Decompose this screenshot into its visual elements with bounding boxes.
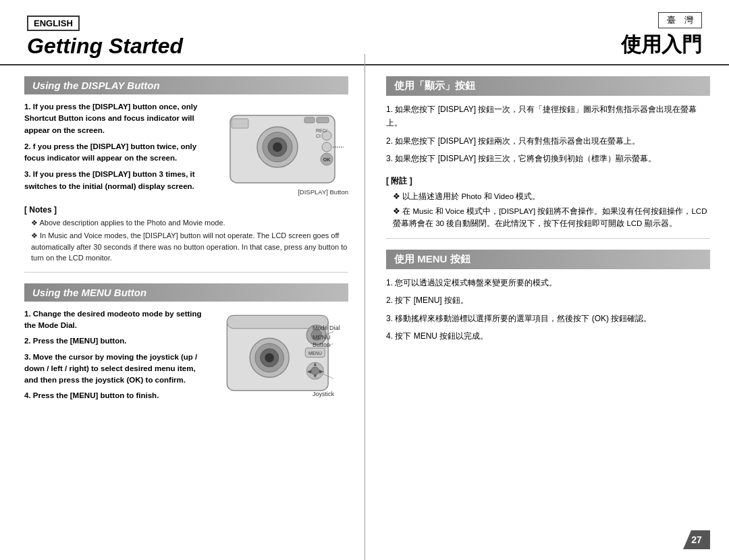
menu-section-header-zh: 使用 MENU 按鈕: [386, 250, 710, 269]
svg-rect-5: [304, 117, 315, 123]
menu-camera-diagram: MENU ▲ ▼ ◀ ▶: [217, 306, 348, 403]
display-zh-item-2: 2. 如果您按下 [DISPLAY] 按鈕兩次，只有對焦指示器會出現在螢幕上。: [386, 134, 710, 148]
menu-item-3: 3. Move the cursor by moving the joystic…: [24, 352, 210, 387]
zh-notes-title: [ 附註 ]: [386, 175, 710, 187]
display-item-2: 2. f you press the [DISPLAY] button twic…: [24, 141, 210, 165]
english-badge: ENGLISH: [27, 16, 80, 31]
notes-title: [ Notes ]: [24, 205, 348, 215]
display-item-3: 3. If you press the [DISPLAY] button 3 t…: [24, 169, 210, 192]
svg-text:MENU: MENU: [308, 350, 322, 355]
svg-point-4: [273, 142, 282, 152]
menu-zh-item-4: 4. 按下 MENU 按鈕以完成。: [386, 329, 710, 343]
page-title: Getting Started: [27, 34, 364, 59]
svg-rect-6: [317, 117, 329, 123]
chinese-title: 使用入門: [621, 31, 702, 59]
svg-text:REC/: REC/: [316, 128, 327, 133]
camera-diagram: OK REC/ CI: [217, 99, 348, 193]
display-item-1: 1. If you press the [DISPLAY] button onc…: [24, 101, 210, 136]
notes-section: [ Notes ] Above description applies to t…: [24, 205, 348, 264]
joystick-label: Joystick: [313, 391, 350, 398]
svg-text:CI: CI: [316, 134, 321, 138]
menu-item-4: 4. Press the [MENU] button to finish.: [24, 390, 210, 401]
menu-zh-item-1: 1. 您可以透過設定模式轉盤來變更所要的模式。: [386, 276, 710, 289]
note-item-1: Above description applies to the Photo a…: [24, 217, 348, 229]
mode-dial-label: Mode Dial: [313, 325, 350, 332]
display-section-header-zh: 使用「顯示」按鈕: [386, 76, 710, 96]
zh-note-2: ❖ 在 Music 和 Voice 模式中，[DISPLAY] 按鈕將不會操作。…: [386, 205, 710, 230]
svg-text:OK: OK: [323, 157, 331, 162]
svg-text:▼: ▼: [313, 373, 318, 379]
zh-notes-list: ❖ 以上描述適用於 Photo 和 Video 模式。 ❖ 在 Music 和 …: [386, 190, 710, 230]
notes-list: Above description applies to the Photo a…: [24, 217, 348, 264]
menu-section-header: Using the MENU Button: [24, 283, 348, 302]
menu-button-label: MENU Button: [313, 334, 350, 349]
taiwan-badge: 臺 灣: [658, 12, 702, 28]
svg-point-20: [265, 353, 274, 362]
display-zh-item-3: 3. 如果您按下 [DISPLAY] 按鈕三次，它將會切換到初始（標準）顯示螢幕…: [386, 152, 710, 165]
menu-item-2: 2. Press the [MENU] button.: [24, 335, 210, 347]
page: ENGLISH Getting Started 臺 灣 使用入門 Using t…: [0, 0, 729, 560]
svg-text:▲: ▲: [313, 361, 318, 367]
header-right: 臺 灣 使用入門: [364, 12, 702, 59]
svg-rect-13: [232, 119, 248, 128]
display-section-header: Using the DISPLAY Button: [24, 76, 348, 94]
menu-zh-item-2: 2. 按下 [MENU] 按鈕。: [386, 293, 710, 307]
note-item-2: In Music and Voice modes, the [DISPLAY] …: [24, 230, 348, 264]
menu-zh-item-3: 3. 移動搖桿來移動游標以選擇所要的選單項目，然後按下 (OK) 按鈕確認。: [386, 312, 710, 325]
zh-notes-section: [ 附註 ] ❖ 以上描述適用於 Photo 和 Video 模式。 ❖ 在 M…: [386, 175, 710, 230]
display-button-label: [DISPLAY] Button: [298, 188, 348, 196]
svg-point-8: [322, 142, 331, 152]
display-zh-item-1: 1. 如果您按下 [DISPLAY] 按鈕一次，只有「捷徑按鈕」圖示和對焦指示器…: [386, 103, 710, 130]
zh-note-1: ❖ 以上描述適用於 Photo 和 Video 模式。: [386, 190, 710, 202]
svg-text:◀: ◀: [307, 368, 312, 374]
svg-text:▶: ▶: [319, 368, 324, 374]
header-left: ENGLISH Getting Started: [27, 16, 364, 59]
menu-item-1: 1. Change the desired modeoto mode by se…: [24, 308, 210, 332]
